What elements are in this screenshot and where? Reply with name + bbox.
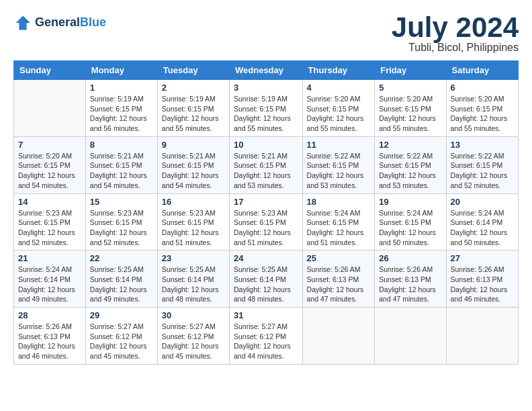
day-info: Sunrise: 5:21 AM Sunset: 6:15 PM Dayligh… [90,151,153,191]
day-info: Sunrise: 5:20 AM Sunset: 6:15 PM Dayligh… [451,94,514,134]
day-number: 17 [234,197,298,207]
calendar-week-row: 28Sunrise: 5:26 AM Sunset: 6:13 PM Dayli… [14,308,519,365]
weekday-header-friday: Friday [375,61,446,80]
calendar-cell: 16Sunrise: 5:23 AM Sunset: 6:15 PM Dayli… [157,193,229,250]
day-info: Sunrise: 5:21 AM Sunset: 6:15 PM Dayligh… [234,151,298,191]
calendar-cell: 27Sunrise: 5:26 AM Sunset: 6:13 PM Dayli… [446,250,518,308]
day-number: 10 [234,140,298,150]
calendar-cell: 1Sunrise: 5:19 AM Sunset: 6:15 PM Daylig… [85,80,157,137]
weekday-header-row: SundayMondayTuesdayWednesdayThursdayFrid… [14,61,519,80]
calendar-cell: 22Sunrise: 5:25 AM Sunset: 6:14 PM Dayli… [85,250,157,308]
day-info: Sunrise: 5:23 AM Sunset: 6:15 PM Dayligh… [18,208,81,248]
day-info: Sunrise: 5:23 AM Sunset: 6:15 PM Dayligh… [90,208,153,248]
calendar-cell: 31Sunrise: 5:27 AM Sunset: 6:12 PM Dayli… [230,308,303,365]
day-info: Sunrise: 5:24 AM Sunset: 6:14 PM Dayligh… [18,265,81,304]
day-number: 9 [162,140,225,150]
title-area: July 2024 Tubli, Bicol, Philippines [392,13,519,54]
day-number: 23 [162,253,225,263]
calendar-cell: 10Sunrise: 5:21 AM Sunset: 6:15 PM Dayli… [230,136,303,193]
calendar-cell: 13Sunrise: 5:22 AM Sunset: 6:15 PM Dayli… [446,136,518,193]
day-info: Sunrise: 5:19 AM Sunset: 6:15 PM Dayligh… [162,94,225,134]
day-number: 14 [18,197,81,207]
calendar-cell: 11Sunrise: 5:22 AM Sunset: 6:15 PM Dayli… [302,136,375,193]
calendar-cell: 21Sunrise: 5:24 AM Sunset: 6:14 PM Dayli… [14,250,86,308]
day-info: Sunrise: 5:26 AM Sunset: 6:13 PM Dayligh… [379,265,441,304]
header: GeneralBlue July 2024 Tubli, Bicol, Phil… [13,13,519,54]
day-number: 3 [234,83,298,93]
day-info: Sunrise: 5:25 AM Sunset: 6:14 PM Dayligh… [90,265,153,304]
calendar-cell: 12Sunrise: 5:22 AM Sunset: 6:15 PM Dayli… [375,136,446,193]
day-number: 22 [90,253,153,263]
day-number: 8 [90,140,153,150]
day-info: Sunrise: 5:20 AM Sunset: 6:15 PM Dayligh… [18,151,81,191]
day-number: 7 [18,140,81,150]
day-number: 31 [234,310,298,320]
calendar-week-row: 1Sunrise: 5:19 AM Sunset: 6:15 PM Daylig… [14,80,519,137]
weekday-header-wednesday: Wednesday [230,61,303,80]
day-number: 12 [379,140,441,150]
day-info: Sunrise: 5:24 AM Sunset: 6:14 PM Dayligh… [451,208,514,248]
calendar-cell: 2Sunrise: 5:19 AM Sunset: 6:15 PM Daylig… [157,80,229,137]
logo: GeneralBlue [13,13,106,32]
weekday-header-sunday: Sunday [14,61,86,80]
day-number: 11 [307,140,371,150]
day-info: Sunrise: 5:22 AM Sunset: 6:15 PM Dayligh… [307,151,371,191]
day-number: 21 [18,253,81,263]
logo-icon [13,13,32,32]
calendar-cell: 24Sunrise: 5:25 AM Sunset: 6:14 PM Dayli… [230,250,303,308]
day-number: 4 [307,83,371,93]
calendar-table: SundayMondayTuesdayWednesdayThursdayFrid… [13,60,519,365]
calendar-cell: 14Sunrise: 5:23 AM Sunset: 6:15 PM Dayli… [14,193,86,250]
day-number: 25 [307,253,371,263]
calendar-cell: 17Sunrise: 5:23 AM Sunset: 6:15 PM Dayli… [230,193,303,250]
calendar-cell: 3Sunrise: 5:19 AM Sunset: 6:15 PM Daylig… [230,80,303,137]
day-number: 5 [379,83,441,93]
day-number: 27 [451,253,514,263]
day-info: Sunrise: 5:19 AM Sunset: 6:15 PM Dayligh… [90,94,153,134]
day-number: 20 [451,197,514,207]
calendar-week-row: 21Sunrise: 5:24 AM Sunset: 6:14 PM Dayli… [14,250,519,308]
calendar-cell: 7Sunrise: 5:20 AM Sunset: 6:15 PM Daylig… [14,136,86,193]
calendar-cell [375,308,446,365]
calendar-cell: 6Sunrise: 5:20 AM Sunset: 6:15 PM Daylig… [446,80,518,137]
day-number: 19 [379,197,441,207]
weekday-header-tuesday: Tuesday [157,61,229,80]
calendar-cell: 30Sunrise: 5:27 AM Sunset: 6:12 PM Dayli… [157,308,229,365]
logo-general: General [35,15,80,29]
day-info: Sunrise: 5:25 AM Sunset: 6:14 PM Dayligh… [162,265,225,304]
calendar-body: 1Sunrise: 5:19 AM Sunset: 6:15 PM Daylig… [14,80,519,365]
calendar-cell: 15Sunrise: 5:23 AM Sunset: 6:15 PM Dayli… [85,193,157,250]
day-info: Sunrise: 5:25 AM Sunset: 6:14 PM Dayligh… [234,265,298,304]
day-number: 15 [90,197,153,207]
calendar-cell: 29Sunrise: 5:27 AM Sunset: 6:12 PM Dayli… [85,308,157,365]
day-info: Sunrise: 5:26 AM Sunset: 6:13 PM Dayligh… [18,322,81,361]
calendar-week-row: 14Sunrise: 5:23 AM Sunset: 6:15 PM Dayli… [14,193,519,250]
day-number: 1 [90,83,153,93]
day-info: Sunrise: 5:19 AM Sunset: 6:15 PM Dayligh… [234,94,298,134]
calendar-cell: 25Sunrise: 5:26 AM Sunset: 6:13 PM Dayli… [302,250,375,308]
day-number: 6 [451,83,514,93]
weekday-header-saturday: Saturday [446,61,518,80]
calendar-cell [302,308,375,365]
day-info: Sunrise: 5:26 AM Sunset: 6:13 PM Dayligh… [307,265,371,304]
day-info: Sunrise: 5:20 AM Sunset: 6:15 PM Dayligh… [307,94,371,134]
day-info: Sunrise: 5:27 AM Sunset: 6:12 PM Dayligh… [162,322,225,361]
day-info: Sunrise: 5:27 AM Sunset: 6:12 PM Dayligh… [234,322,298,361]
day-info: Sunrise: 5:20 AM Sunset: 6:15 PM Dayligh… [379,94,441,134]
calendar-cell: 23Sunrise: 5:25 AM Sunset: 6:14 PM Dayli… [157,250,229,308]
day-number: 18 [307,197,371,207]
day-number: 16 [162,197,225,207]
day-info: Sunrise: 5:22 AM Sunset: 6:15 PM Dayligh… [379,151,441,191]
calendar-cell: 20Sunrise: 5:24 AM Sunset: 6:14 PM Dayli… [446,193,518,250]
day-info: Sunrise: 5:26 AM Sunset: 6:13 PM Dayligh… [451,265,514,304]
location-title: Tubli, Bicol, Philippines [392,42,519,54]
day-number: 2 [162,83,225,93]
day-number: 13 [451,140,514,150]
logo-blue: Blue [80,15,106,29]
calendar-cell: 9Sunrise: 5:21 AM Sunset: 6:15 PM Daylig… [157,136,229,193]
day-info: Sunrise: 5:21 AM Sunset: 6:15 PM Dayligh… [162,151,225,191]
day-info: Sunrise: 5:22 AM Sunset: 6:15 PM Dayligh… [451,151,514,191]
calendar-cell: 4Sunrise: 5:20 AM Sunset: 6:15 PM Daylig… [302,80,375,137]
day-info: Sunrise: 5:24 AM Sunset: 6:15 PM Dayligh… [379,208,441,248]
calendar-cell: 28Sunrise: 5:26 AM Sunset: 6:13 PM Dayli… [14,308,86,365]
